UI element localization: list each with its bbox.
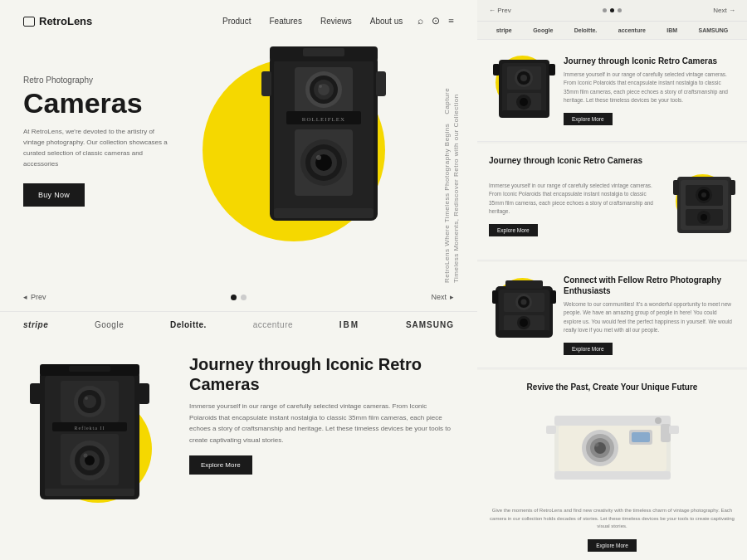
right-card-2-desc: Immerse yourself in our range of careful… [489, 182, 661, 217]
nav-product[interactable]: Product [222, 17, 251, 26]
svg-point-61 [701, 214, 707, 221]
bottom-camera-image: Reflekta II [23, 354, 173, 511]
hero-description: At RetroLens, we're devoted to the artis… [23, 127, 168, 169]
right-card-2-text: Immerse yourself in our range of careful… [489, 182, 661, 237]
right-brand-samsung: SAMSUNG [698, 27, 728, 33]
nav-aboutus[interactable]: About us [370, 17, 403, 26]
right-card-1-image [489, 51, 555, 129]
next-button[interactable]: Next ▸ [431, 293, 454, 301]
right-dot-3[interactable] [618, 8, 622, 12]
nav-features[interactable]: Features [269, 17, 301, 26]
bottom-camera-area: Reflekta II [23, 354, 173, 511]
brand-logo[interactable]: RetroLens [23, 15, 92, 27]
right-nav: ← Prev Next → [477, 0, 747, 22]
bottom-description: Immerse yourself in our range of careful… [189, 401, 454, 446]
svg-point-27 [85, 397, 88, 400]
svg-rect-74 [550, 290, 556, 304]
dot-1[interactable] [231, 295, 237, 300]
dot-2[interactable] [241, 295, 247, 300]
nav-links: Product Features Reviews About us [222, 17, 403, 26]
right-nav-dots [603, 8, 622, 12]
svg-rect-50 [493, 64, 500, 75]
pagination: ◂ Prev Next ▸ [0, 283, 477, 311]
svg-point-58 [701, 192, 706, 197]
svg-point-49 [520, 98, 528, 106]
brand-ibm: IBM [339, 320, 359, 329]
svg-rect-39 [69, 366, 110, 372]
svg-rect-51 [549, 64, 555, 75]
right-card-1-btn[interactable]: Explore More [564, 113, 613, 125]
bottom-section: Reflekta II Journey through Iconic Retro… [0, 338, 477, 528]
right-card-1: Journey through Iconic Retro Cameras Imm… [477, 40, 747, 142]
svg-rect-62 [673, 180, 679, 195]
explore-more-button[interactable]: Explore More [189, 455, 252, 475]
right-brand-google: Google [533, 27, 553, 33]
svg-rect-85 [632, 432, 650, 442]
svg-point-46 [520, 75, 527, 81]
brand-accenture: accenture [253, 320, 293, 329]
right-brand-deloitte: Deloitte. [574, 27, 598, 33]
right-brand-stripe: stripe [496, 27, 512, 33]
bottom-title: Journey through Iconic Retro Cameras [189, 354, 454, 394]
svg-rect-52 [502, 110, 546, 116]
right-card-1-desc: Immerse yourself in our range of careful… [564, 71, 735, 105]
svg-rect-86 [554, 416, 671, 426]
svg-rect-89 [546, 426, 556, 434]
search-icon[interactable]: ⌕ [417, 15, 423, 27]
left-panel: RetroLens Product Features Reviews About… [0, 0, 477, 560]
right-card-1-title: Journey through Iconic Retro Cameras [564, 56, 735, 66]
right-brands-bar: stripe Google Deloitte. accenture IBM SA… [477, 22, 747, 40]
right-next-button[interactable]: Next → [713, 7, 735, 14]
buy-now-button[interactable]: Buy Now [23, 183, 85, 207]
brands-bar: stripe Google Deloitte. accenture IBM SA… [0, 311, 477, 338]
svg-rect-91 [554, 471, 671, 480]
hero-vertical-text: RetroLens Where Timeless Photography Beg… [442, 75, 461, 283]
right-brand-ibm: IBM [666, 27, 677, 33]
hero-section: ROLLEIFLEX Retro Photography Cameras At … [0, 42, 477, 283]
svg-point-69 [521, 299, 527, 305]
hero-title: Cameras [23, 88, 454, 119]
brand-deloitte: Deloitte. [170, 320, 207, 329]
right-panel[interactable]: ← Prev Next → stripe Google Deloitte. ac… [477, 0, 747, 560]
prev-arrow: ◂ [23, 293, 27, 301]
menu-icon[interactable]: ≡ [448, 15, 454, 27]
svg-rect-35 [138, 383, 149, 404]
prev-button[interactable]: ◂ Prev [23, 293, 46, 301]
svg-rect-73 [492, 290, 498, 304]
prev-label: Prev [31, 293, 46, 301]
right-card-3: Connect with Fellow Retro Photography En… [477, 262, 747, 368]
bottom-text: Journey through Iconic Retro Cameras Imm… [189, 354, 454, 475]
right-dot-1[interactable] [603, 8, 607, 12]
right-card-4-btn[interactable]: Explore More [588, 539, 637, 552]
main-nav: RetroLens Product Features Reviews About… [0, 0, 477, 42]
nav-reviews[interactable]: Reviews [320, 17, 352, 26]
right-card-4-desc: Give the moments of RetroLens and find n… [489, 507, 735, 531]
svg-point-72 [520, 319, 528, 327]
right-card-3-desc: Welcome to our communities! It's a wonde… [564, 300, 735, 335]
right-card-3-text: Connect with Fellow Retro Photography En… [564, 275, 735, 356]
svg-text:Reflekta II: Reflekta II [75, 426, 105, 431]
hero-subtitle: Retro Photography [23, 75, 454, 85]
nav-icons: ⌕ ⊙ ≡ [417, 15, 454, 27]
next-arrow: ▸ [450, 293, 454, 301]
svg-rect-76 [505, 280, 543, 289]
right-prev-button[interactable]: ← Prev [489, 7, 511, 14]
right-card-3-image [489, 274, 555, 356]
svg-point-33 [84, 454, 88, 458]
right-card-2-btn[interactable]: Explore More [489, 224, 538, 236]
svg-point-87 [655, 417, 662, 424]
right-card-3-btn[interactable]: Explore More [564, 343, 613, 355]
svg-point-83 [594, 443, 598, 447]
svg-rect-90 [669, 426, 679, 434]
right-card-2-title: Journey through Iconic Retro Cameras [489, 155, 735, 166]
cart-icon[interactable]: ⊙ [432, 15, 440, 27]
right-dot-2[interactable] [610, 8, 614, 12]
right-card-2: Journey through Iconic Retro Cameras Imm… [477, 144, 747, 261]
hero-text: Retro Photography Cameras At RetroLens, … [23, 51, 454, 207]
right-card-2-body: Immerse yourself in our range of careful… [489, 170, 735, 248]
right-brand-accenture: accenture [618, 27, 646, 33]
svg-rect-34 [30, 383, 42, 404]
right-card-2-image [669, 170, 735, 248]
svg-rect-75 [499, 330, 549, 336]
brand-samsung: SAMSUNG [406, 320, 454, 329]
